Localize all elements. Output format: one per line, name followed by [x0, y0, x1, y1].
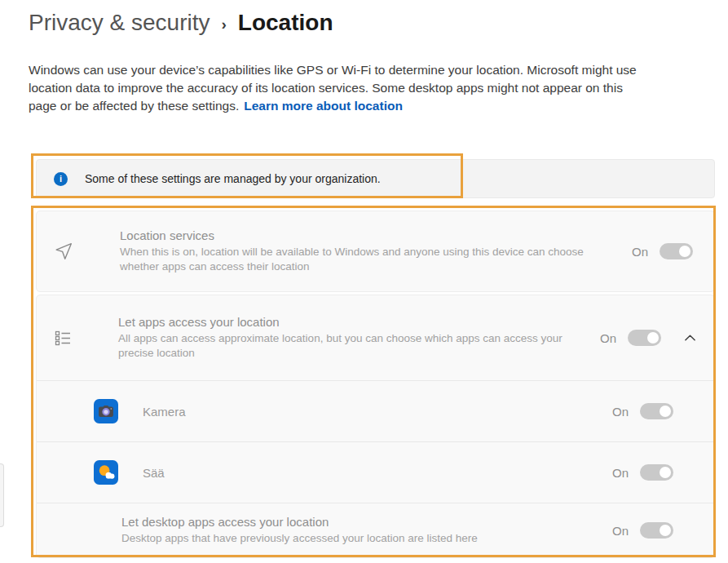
setting-title: Location services: [120, 228, 597, 242]
toggle-state-label: On: [612, 466, 629, 480]
weather-app-icon: [94, 460, 118, 485]
toggle-state-label: On: [612, 524, 629, 538]
toggle-knob: [660, 525, 671, 536]
setting-title: Let desktop apps access your location: [121, 515, 478, 529]
chevron-up-icon: [684, 334, 696, 342]
let-apps-access-toggle[interactable]: [628, 330, 661, 346]
page-title: Location: [238, 10, 333, 36]
breadcrumb-chevron-icon: ›: [222, 12, 227, 33]
window-edge: [0, 463, 4, 527]
description-line: location data to improve the accuracy of…: [29, 79, 715, 97]
location-services-card[interactable]: Location services When this is on, locat…: [36, 211, 715, 292]
toggle-knob: [660, 406, 671, 417]
app-name: Kamera: [143, 405, 186, 419]
description-line: Windows can use your device’s capabiliti…: [29, 61, 715, 79]
desktop-apps-row[interactable]: Let desktop apps access your location De…: [37, 503, 714, 557]
toggle-state-label: On: [600, 331, 616, 345]
toggle-knob: [647, 332, 659, 344]
app-row-saa[interactable]: Sää On: [37, 442, 714, 503]
info-icon: i: [54, 172, 68, 186]
breadcrumb: Privacy & security › Location: [29, 10, 333, 36]
toggle-knob: [679, 246, 690, 257]
location-arrow-icon: [53, 241, 74, 262]
managed-settings-banner: i Some of these settings are managed by …: [36, 159, 715, 198]
learn-more-link[interactable]: Learn more about location: [244, 99, 403, 113]
desktop-apps-toggle[interactable]: [640, 522, 673, 539]
setting-description: When this is on, location will be availa…: [120, 245, 597, 274]
setting-title: Let apps access your location: [118, 315, 579, 329]
app-row-kamera[interactable]: Kamera On: [37, 381, 714, 441]
apps-list-icon: [53, 328, 73, 348]
kamera-toggle[interactable]: [640, 403, 673, 419]
toggle-state-label: On: [612, 405, 629, 419]
camera-app-icon: [94, 399, 118, 423]
location-services-toggle[interactable]: [660, 243, 693, 259]
managed-settings-message: Some of these settings are managed by yo…: [85, 172, 381, 185]
description-line: page or be affected by these settings.: [29, 99, 239, 113]
location-services-row[interactable]: Location services When this is on, locat…: [37, 211, 714, 291]
app-name: Sää: [143, 466, 165, 480]
let-apps-access-row[interactable]: Let apps access your location All apps c…: [37, 295, 714, 380]
page-description: Windows can use your device’s capabiliti…: [29, 61, 715, 115]
saa-toggle[interactable]: [640, 464, 673, 481]
app-location-settings-card: Let apps access your location All apps c…: [36, 295, 715, 558]
breadcrumb-privacy-security[interactable]: Privacy & security: [29, 10, 210, 36]
setting-description: Desktop apps that have previously access…: [121, 531, 478, 546]
toggle-knob: [660, 467, 671, 478]
toggle-state-label: On: [632, 245, 648, 259]
setting-description: All apps can access approximate location…: [118, 331, 579, 361]
collapse-button[interactable]: [681, 330, 699, 345]
